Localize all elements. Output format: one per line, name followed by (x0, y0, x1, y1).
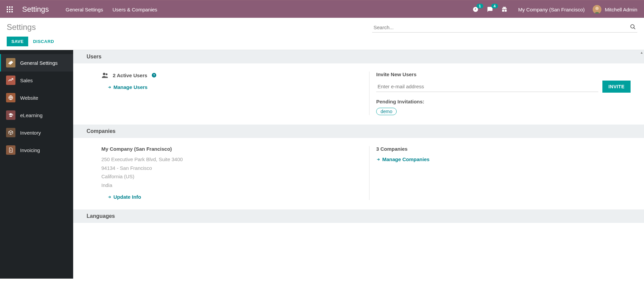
navbar: Settings General Settings Users & Compan… (0, 1, 644, 18)
sidebar: General Settings Sales Website eLearning… (0, 50, 73, 279)
activity-badge: 1 (477, 4, 483, 8)
user-name: Mitchell Admin (605, 7, 637, 12)
svg-point-10 (595, 7, 599, 10)
box-icon (6, 128, 15, 137)
section-languages-header: Languages (73, 209, 644, 223)
menu-users-companies[interactable]: Users & Companies (112, 7, 157, 12)
svg-rect-0 (7, 6, 8, 8)
section-companies-header: Companies (73, 125, 644, 138)
svg-text:?: ? (153, 74, 155, 77)
svg-rect-7 (9, 11, 10, 12)
sidebar-item-website[interactable]: Website (0, 89, 73, 106)
arrow-right-icon (107, 195, 111, 199)
pending-tag[interactable]: demo (376, 108, 397, 115)
scroll-up-icon[interactable]: ▲ (640, 51, 643, 54)
arrow-right-icon (376, 157, 380, 161)
save-button[interactable]: SAVE (7, 37, 28, 46)
svg-point-11 (631, 25, 634, 28)
svg-line-12 (634, 28, 635, 29)
content: ▲ Users 2 Active Users ? Manage Users (73, 50, 644, 279)
manage-users-link[interactable]: Manage Users (107, 84, 148, 90)
avatar (593, 5, 601, 14)
sidebar-item-elearning[interactable]: eLearning (0, 106, 73, 124)
svg-point-16 (106, 74, 108, 76)
discard-button[interactable]: DISCARD (33, 39, 54, 44)
company-name: My Company (San Francisco) (101, 146, 356, 152)
chat-icon[interactable]: 4 (487, 6, 493, 12)
page-title: Settings (7, 22, 54, 32)
company-address: 250 Executive Park Blvd, Suite 3400 9413… (101, 155, 356, 189)
gift-icon[interactable] (501, 6, 507, 12)
manage-companies-link[interactable]: Manage Companies (376, 156, 430, 162)
pending-label: Pending Invitations: (376, 99, 631, 104)
invite-button[interactable]: INVITE (602, 81, 631, 93)
svg-rect-2 (11, 6, 13, 8)
sidebar-item-label: General Settings (20, 60, 58, 66)
sidebar-item-inventory[interactable]: Inventory (0, 124, 73, 141)
svg-rect-8 (11, 11, 13, 12)
company-selector[interactable]: My Company (San Francisco) (518, 7, 585, 12)
svg-rect-3 (7, 9, 8, 10)
sidebar-item-label: eLearning (20, 112, 43, 118)
sidebar-item-label: Website (20, 95, 38, 101)
invite-email-input[interactable] (376, 81, 598, 92)
brand-title: Settings (22, 5, 49, 14)
search-input[interactable] (372, 22, 637, 33)
svg-rect-4 (9, 9, 10, 10)
arrow-right-icon (107, 85, 111, 89)
education-icon (6, 110, 15, 120)
sidebar-item-sales[interactable]: Sales (0, 72, 73, 89)
companies-count: 3 Companies (376, 146, 631, 152)
chat-badge: 4 (491, 4, 498, 8)
search-icon[interactable] (630, 24, 636, 30)
svg-rect-1 (9, 6, 10, 8)
svg-point-15 (103, 73, 105, 75)
chart-icon (6, 76, 15, 85)
invite-heading: Invite New Users (376, 72, 631, 77)
globe-icon (6, 93, 15, 102)
sidebar-item-label: Inventory (20, 130, 41, 136)
svg-text:$: $ (10, 149, 11, 151)
update-info-link[interactable]: Update Info (107, 194, 141, 200)
sidebar-item-label: Sales (20, 78, 33, 83)
invoice-icon: $ (6, 145, 15, 155)
apps-icon[interactable] (7, 6, 13, 12)
sidebar-item-invoicing[interactable]: $ Invoicing (0, 141, 73, 159)
menu-general-settings[interactable]: General Settings (66, 7, 103, 12)
svg-rect-5 (11, 9, 13, 10)
gear-icon (6, 58, 15, 67)
sidebar-item-general-settings[interactable]: General Settings (0, 54, 73, 72)
sidebar-item-label: Invoicing (20, 147, 40, 153)
navbar-menu: General Settings Users & Companies (66, 7, 157, 12)
svg-rect-6 (7, 11, 8, 12)
section-users-header: Users (73, 50, 644, 63)
users-icon (101, 72, 109, 79)
subheader: Settings SAVE DISCARD (0, 18, 644, 50)
active-users-count: 2 Active Users (113, 73, 147, 78)
user-menu[interactable]: Mitchell Admin (593, 5, 637, 14)
activity-icon[interactable]: 1 (473, 6, 479, 12)
help-icon[interactable]: ? (151, 73, 157, 78)
